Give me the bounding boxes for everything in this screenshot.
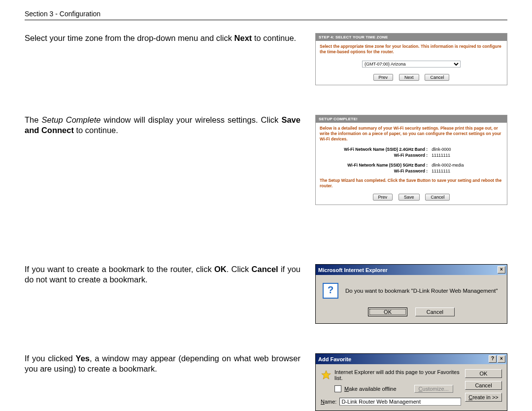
customize-button: Customize...	[414, 385, 453, 393]
favorite-description: Internet Explorer will add this page to …	[334, 369, 461, 381]
page-header: Section 3 - Configuration	[25, 10, 507, 20]
save-button[interactable]: Save	[399, 194, 420, 201]
panel-note: The Setup Wizard has completed. Click th…	[320, 178, 503, 188]
text-bold: OK	[214, 265, 227, 274]
label-ssid-5: Wi-Fi Network Name (SSID) 5GHz Band :	[320, 162, 430, 168]
ok-button[interactable]: OK	[465, 369, 502, 378]
para-add-favorite: If you clicked Yes, a window may appear …	[25, 353, 300, 374]
label-pw-24: Wi-Fi Password :	[320, 152, 430, 158]
panel-setup-complete: SETUP COMPLETE! Below is a detailed summ…	[315, 115, 507, 205]
panel-intro: Below is a detailed summary of your Wi-F…	[320, 126, 503, 141]
text: If you want to create a bookmark to the …	[25, 265, 214, 274]
value-pw-24: 11111111	[430, 152, 503, 158]
block-add-favorite: If you clicked Yes, a window may appear …	[25, 353, 507, 411]
label-pw-5: Wi-Fi Password :	[320, 168, 430, 174]
value-ssid-24: dlink-0000	[430, 146, 503, 152]
para-bookmark-confirm: If you want to create a bookmark to the …	[25, 264, 300, 284]
ie-confirm-dialog: Microsoft Internet Explorer × Do you wan…	[315, 264, 507, 324]
name-label: Name:	[321, 399, 336, 405]
panel-intro: Select the appropriate time zone for you…	[320, 44, 503, 54]
block-setup-complete: The Setup Complete window will display y…	[25, 115, 507, 205]
prev-button[interactable]: Prev	[373, 74, 394, 81]
text: Select your time zone from the drop-down…	[25, 34, 234, 42]
help-icon[interactable]: ?	[489, 355, 497, 363]
question-icon	[323, 283, 338, 299]
panel-title: STEP 4: SELECT YOUR TIME ZONE	[316, 34, 507, 41]
block-bookmark-confirm: If you want to create a bookmark to the …	[25, 264, 507, 324]
dialog-titlebar: Microsoft Internet Explorer ×	[316, 265, 507, 275]
text-bold: Yes	[76, 354, 90, 363]
star-icon	[321, 370, 332, 380]
add-favorite-dialog: Add Favorite ? × Internet Ex	[315, 353, 507, 411]
text: window will display your wireless settin…	[100, 115, 281, 124]
dialog-message: Do you want to bookmark "D-Link Router W…	[345, 288, 498, 294]
text: . Click	[227, 265, 252, 274]
text: to continue.	[74, 126, 118, 135]
text: The	[25, 115, 42, 124]
value-pw-5: 11111111	[430, 168, 503, 174]
dialog-title: Microsoft Internet Explorer	[318, 267, 388, 273]
cancel-button[interactable]: Cancel	[415, 308, 455, 316]
text: to continue.	[252, 34, 296, 42]
cancel-button[interactable]: Cancel	[425, 194, 450, 201]
close-icon[interactable]: ×	[498, 355, 505, 363]
panel-title: SETUP COMPLETE!	[316, 115, 507, 123]
cancel-button[interactable]: Cancel	[465, 381, 502, 390]
close-icon[interactable]: ×	[498, 266, 505, 274]
label-ssid-24: Wi-Fi Network Name (SSID) 2.4GHz Band :	[320, 146, 430, 152]
timezone-select[interactable]: (GMT-07:00) Arizona	[362, 61, 461, 68]
text-bold: Next	[234, 34, 252, 42]
next-button[interactable]: Next	[399, 74, 419, 81]
svg-marker-0	[322, 371, 331, 379]
ok-button[interactable]: OK	[368, 308, 407, 316]
para-setup-complete: The Setup Complete window will display y…	[25, 115, 300, 135]
favorite-name-input[interactable]	[339, 398, 461, 406]
make-offline-checkbox[interactable]	[334, 385, 341, 392]
create-in-button[interactable]: Create in >>	[465, 393, 502, 402]
text-bold: Cancel	[252, 265, 278, 274]
text-italic: Setup Complete	[42, 115, 101, 124]
text: If you clicked	[25, 354, 76, 363]
block-timezone: Select your time zone from the drop-down…	[25, 33, 507, 85]
cancel-button[interactable]: Cancel	[425, 74, 449, 81]
dialog-title: Add Favorite	[318, 356, 351, 362]
make-offline-label: Make available offline	[344, 386, 397, 392]
panel-step4-timezone: STEP 4: SELECT YOUR TIME ZONE Select the…	[315, 33, 507, 85]
dialog-titlebar: Add Favorite ? ×	[316, 354, 507, 364]
wifi-summary-table: Wi-Fi Network Name (SSID) 2.4GHz Band :d…	[320, 146, 503, 174]
prev-button[interactable]: Prev	[373, 194, 393, 201]
para-timezone: Select your time zone from the drop-down…	[25, 33, 300, 43]
value-ssid-5: dlink-0002-media	[430, 162, 503, 168]
